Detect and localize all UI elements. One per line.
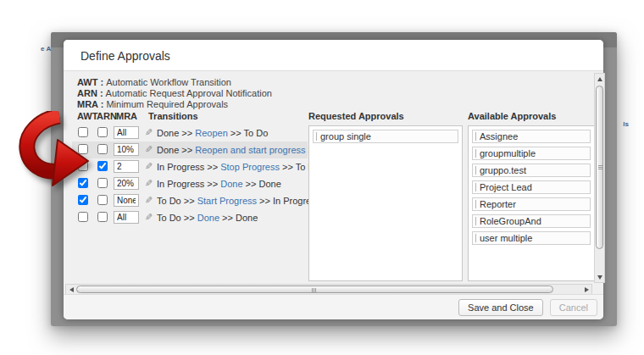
triangle-up-icon: [597, 77, 602, 81]
scroll-left-button[interactable]: [67, 285, 75, 294]
save-and-close-button[interactable]: Save and Close: [458, 299, 543, 316]
awt-checkbox[interactable]: [78, 178, 88, 188]
edit-pencil-icon[interactable]: ✎: [145, 144, 153, 155]
scroll-down-button[interactable]: [595, 273, 604, 281]
legend-line: AWT : Automatic Workflow Transition: [77, 77, 272, 88]
scroll-right-button[interactable]: [582, 285, 591, 294]
available-approvals-panel[interactable]: Assigneegroupmultiplegruppo.testProject …: [468, 125, 595, 281]
arn-checkbox[interactable]: [97, 127, 108, 137]
column-header-transitions: Transitions: [148, 111, 198, 121]
edit-pencil-icon[interactable]: ✎: [145, 195, 153, 206]
column-header-mra: MRA: [116, 111, 137, 121]
available-approval-item[interactable]: Reporter: [472, 197, 591, 211]
triangle-right-icon: [585, 287, 589, 292]
requested-approval-item[interactable]: group single: [313, 130, 458, 143]
awt-checkbox[interactable]: [78, 161, 88, 171]
available-approval-item[interactable]: user multiple: [472, 231, 591, 245]
transition-action-link[interactable]: Done: [220, 179, 242, 189]
edit-pencil-icon[interactable]: ✎: [145, 212, 153, 223]
awt-checkbox[interactable]: [78, 212, 88, 222]
background-text-fragment: ls: [623, 120, 629, 128]
transition-action-link[interactable]: Start Progress: [197, 196, 257, 206]
transition-row: ✎Done >> Reopen and start progress >> In…: [72, 141, 308, 158]
mra-input[interactable]: [114, 126, 139, 139]
transition-row: ✎Done >> Reopen >> To Do: [72, 125, 308, 141]
transition-label: To Do >> Done >> Done: [157, 209, 258, 226]
dialog-header: Define Approvals: [64, 40, 603, 71]
transition-row: ✎In Progress >> Stop Progress >> To Do: [72, 158, 308, 175]
awt-checkbox[interactable]: [78, 127, 88, 137]
transition-label: To Do >> Start Progress >> In Progress: [157, 192, 320, 209]
transition-row: ✎To Do >> Done >> Done: [72, 209, 308, 226]
available-approval-item[interactable]: RoleGroupAnd: [472, 214, 591, 228]
edit-pencil-icon[interactable]: ✎: [145, 178, 153, 189]
dialog-footer: Save and Close Cancel: [64, 294, 603, 319]
requested-approvals-panel[interactable]: group single: [308, 125, 463, 281]
triangle-down-icon: [597, 275, 602, 280]
abbreviation-legend: AWT : Automatic Workflow TransitionARN :…: [77, 77, 272, 110]
transition-action-link[interactable]: Reopen: [195, 128, 228, 138]
transition-action-link[interactable]: Stop Progress: [220, 162, 280, 172]
arn-checkbox[interactable]: [97, 212, 108, 222]
column-header-awt: AWT: [77, 111, 97, 121]
cancel-button[interactable]: Cancel: [550, 299, 597, 316]
awt-checkbox[interactable]: [78, 144, 88, 154]
arn-checkbox[interactable]: [97, 178, 108, 188]
column-header-available-approvals: Available Approvals: [468, 111, 556, 121]
scrollbar-grip-icon: [598, 165, 602, 170]
mra-input[interactable]: [114, 160, 139, 173]
awt-checkbox[interactable]: [78, 195, 88, 205]
legend-line: MRA : Minimum Required Approvals: [77, 99, 272, 110]
transition-label: Done >> Reopen >> To Do: [157, 125, 268, 141]
transition-row: ✎To Do >> Start Progress >> In Progress: [72, 192, 308, 209]
edit-pencil-icon[interactable]: ✎: [145, 127, 153, 138]
transition-row: ✎In Progress >> Done >> Done: [72, 175, 308, 192]
background-text-fragment: e A: [41, 45, 51, 53]
transition-action-link[interactable]: Done: [197, 213, 219, 223]
transition-label: In Progress >> Done >> Done: [157, 175, 281, 192]
arn-checkbox[interactable]: [97, 144, 108, 154]
page-background: e A ls Define Approvals AWT : Automatic …: [0, 0, 644, 355]
available-approval-item[interactable]: gruppo.test: [472, 164, 591, 177]
scroll-up-button[interactable]: [595, 75, 604, 83]
available-approval-item[interactable]: groupmultiple: [472, 147, 591, 160]
available-approval-item[interactable]: Project Lead: [472, 180, 591, 194]
mra-input[interactable]: [114, 177, 139, 190]
define-approvals-dialog: Define Approvals AWT : Automatic Workflo…: [64, 40, 603, 319]
available-approval-item[interactable]: Assignee: [472, 130, 591, 143]
column-header-arn: ARN: [97, 111, 117, 121]
transition-label: In Progress >> Stop Progress >> To Do: [157, 158, 319, 175]
edit-pencil-icon[interactable]: ✎: [145, 161, 153, 172]
mra-input[interactable]: [114, 194, 139, 207]
scrollbar-grip-icon: [312, 288, 316, 292]
triangle-left-icon: [69, 287, 74, 292]
arn-checkbox[interactable]: [97, 195, 108, 205]
vertical-scrollbar-thumb[interactable]: [596, 86, 603, 249]
mra-input[interactable]: [114, 211, 139, 224]
horizontal-scrollbar-thumb[interactable]: [76, 286, 553, 293]
vertical-scrollbar[interactable]: [594, 73, 605, 283]
transition-action-link[interactable]: Reopen and start progress: [195, 145, 305, 155]
column-header-requested-approvals: Requested Approvals: [308, 111, 404, 121]
legend-line: ARN : Automatic Request Approval Notific…: [77, 88, 272, 99]
page-title: Define Approvals: [80, 49, 170, 63]
arn-checkbox[interactable]: [97, 161, 108, 171]
mra-input[interactable]: [114, 143, 139, 156]
